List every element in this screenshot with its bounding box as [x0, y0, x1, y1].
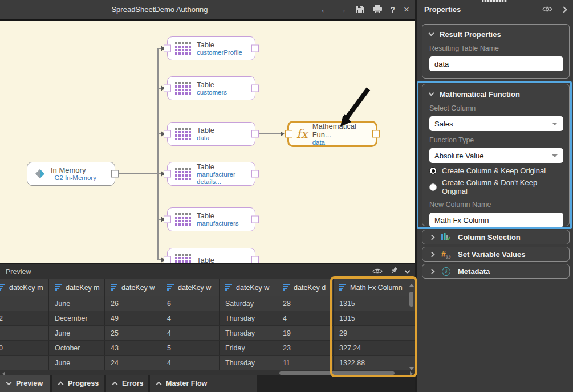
- section-metadata[interactable]: i Metadata: [422, 264, 570, 279]
- resulting-table-name-label: Resulting Table Name: [429, 44, 562, 52]
- input-port[interactable]: [164, 216, 171, 223]
- dropdown-arrow-icon: [552, 122, 558, 125]
- help-icon[interactable]: ?: [391, 6, 396, 14]
- input-port[interactable]: [164, 256, 171, 264]
- input-port[interactable]: [164, 130, 171, 138]
- input-port[interactable]: [164, 170, 171, 178]
- flow-canvas[interactable]: Table customerProfile Table customers Ta…: [0, 21, 415, 263]
- preview-column-header[interactable]: dateKey m: [49, 279, 105, 296]
- close-icon[interactable]: ×: [404, 5, 409, 14]
- panel-scrollbar-artifact: [482, 0, 507, 2]
- input-port[interactable]: [164, 85, 171, 92]
- table-row[interactable]: 2 December 49 4 Thursday 4 1315: [0, 311, 415, 326]
- table-icon: [175, 42, 191, 55]
- preview-cell: 43: [105, 341, 161, 355]
- radio-label: Create Column & Keep Original: [442, 166, 546, 175]
- pin-icon[interactable]: [390, 267, 398, 277]
- table-row[interactable]: June 24 4 Thursday 11 1322.88: [0, 356, 415, 370]
- node-subtitle: _G2 In-Memory: [51, 174, 96, 182]
- output-port[interactable]: [251, 256, 259, 264]
- preview-column-header[interactable]: dateKey w: [105, 279, 161, 296]
- properties-title: Properties: [424, 5, 461, 14]
- table-row[interactable]: 0 October 43 5 Friday 23 327.24: [0, 341, 415, 356]
- node-title: Table: [197, 211, 239, 220]
- flow-node-table-manufacturer-details[interactable]: Table manufacturer details...: [167, 162, 255, 186]
- chevron-down-icon: [429, 31, 434, 36]
- output-port[interactable]: [251, 85, 259, 92]
- column-bars-icon: [225, 284, 232, 291]
- section-title: Metadata: [458, 267, 490, 276]
- tab-errors[interactable]: Errors: [106, 375, 148, 392]
- radio-dont-keep-original[interactable]: Create Column & Don't Keep Original: [429, 178, 562, 195]
- output-port[interactable]: [251, 216, 259, 223]
- radio-selected-icon[interactable]: [429, 167, 437, 174]
- preview-column-header-math-fx[interactable]: Math Fx Column: [334, 279, 415, 296]
- node-title: Table: [197, 126, 214, 134]
- preview-cell: 1322.88: [334, 356, 415, 370]
- flow-node-table-data[interactable]: Table data: [167, 122, 255, 146]
- output-port[interactable]: [111, 170, 119, 178]
- vertical-scroll-thumb[interactable]: [409, 292, 413, 307]
- preview-column-header[interactable]: dateKey w: [220, 279, 277, 296]
- section-header-mathematical-function[interactable]: Mathematical Function: [429, 89, 562, 99]
- preview-cell: Thursday: [220, 356, 277, 370]
- select-column-dropdown[interactable]: Sales: [429, 116, 563, 131]
- table-icon: [175, 168, 191, 180]
- radio-unselected-icon[interactable]: [429, 183, 437, 191]
- section-header-result-properties[interactable]: Result Properties: [429, 29, 562, 39]
- print-icon[interactable]: [373, 5, 382, 14]
- flow-node-table-customers[interactable]: Table customers: [167, 76, 255, 100]
- preview-column-header[interactable]: dateKey d: [277, 279, 334, 296]
- preview-cell: 49: [105, 311, 161, 325]
- tab-master-flow[interactable]: Master Flow: [150, 375, 257, 392]
- flow-node-in-memory[interactable]: In Memory _G2 In-Memory: [27, 162, 115, 186]
- flow-node-table-customerprofile[interactable]: Table customerProfile: [167, 36, 255, 60]
- output-port[interactable]: [251, 170, 259, 178]
- section-result-properties: Result Properties Resulting Table Name d…: [422, 24, 570, 79]
- column-header-label: dateKey w: [121, 284, 155, 292]
- radio-keep-original[interactable]: Create Column & Keep Original: [429, 166, 562, 175]
- function-type-label: Function Type: [429, 136, 562, 144]
- table-icon: [175, 213, 191, 226]
- function-type-dropdown[interactable]: Absolute Value: [429, 148, 563, 163]
- preview-cell: June: [49, 326, 105, 340]
- section-column-selection[interactable]: Column Selection: [422, 230, 570, 244]
- flow-node-mathematical-function[interactable]: fx Mathematical Fun... data: [287, 121, 377, 147]
- node-title: Table: [197, 80, 227, 89]
- input-port[interactable]: [164, 45, 171, 52]
- watch-eye-icon[interactable]: [372, 267, 383, 277]
- table-row[interactable]: June 26 6 Saturday 28 1315: [0, 296, 415, 311]
- resulting-table-name-input[interactable]: data: [429, 56, 563, 71]
- output-port[interactable]: [251, 45, 259, 52]
- node-subtitle: manufacturers: [197, 220, 239, 227]
- tab-label: Errors: [122, 379, 144, 387]
- table-icon: [175, 82, 191, 95]
- scroll-up-icon[interactable]: [409, 284, 414, 287]
- flow-node-table-partial[interactable]: Table: [167, 248, 255, 263]
- preview-column-header[interactable]: dateKey m: [0, 279, 49, 296]
- collapse-panel-chevron-icon[interactable]: [405, 268, 411, 274]
- preview-column-header[interactable]: dateKey w: [161, 279, 220, 296]
- table-icon: [175, 254, 191, 263]
- back-icon[interactable]: ←: [320, 5, 330, 14]
- preview-header-row: dateKey m dateKey m dateKey w dateKey w …: [0, 279, 415, 296]
- tab-progress[interactable]: Progress: [52, 375, 104, 392]
- in-memory-diamond-icon: [35, 168, 45, 180]
- output-port[interactable]: [372, 130, 380, 138]
- section-set-variable-values[interactable]: #@ Set Variable Values: [422, 247, 570, 262]
- section-title: Mathematical Function: [440, 90, 520, 99]
- new-column-name-input[interactable]: Math Fx Column: [429, 213, 563, 227]
- vertical-scrollbar[interactable]: [409, 284, 414, 370]
- collapse-panel-chevron-icon[interactable]: [560, 6, 567, 13]
- preview-cell: June: [49, 296, 105, 311]
- watch-eye-icon[interactable]: [542, 5, 552, 15]
- input-port[interactable]: [285, 130, 292, 138]
- tab-preview[interactable]: Preview: [0, 375, 50, 392]
- save-icon[interactable]: [356, 5, 364, 14]
- chevron-right-icon: [429, 268, 435, 274]
- table-row[interactable]: June 25 4 Thursday 19 29: [0, 326, 415, 341]
- flow-node-table-manufacturers[interactable]: Table manufacturers: [167, 207, 255, 231]
- preview-cell: 4: [277, 311, 334, 325]
- output-port[interactable]: [251, 130, 259, 138]
- preview-cell: 327.24: [334, 341, 415, 355]
